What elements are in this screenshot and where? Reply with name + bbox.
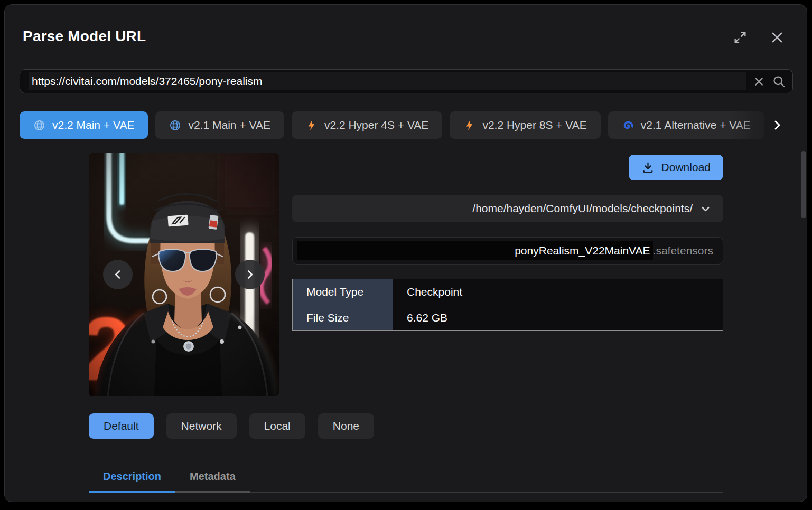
info-value: Checkpoint — [393, 279, 723, 305]
model-preview-image: 2N 2N — [89, 153, 279, 396]
tab-metadata[interactable]: Metadata — [175, 462, 250, 493]
model-info-table: Model Type Checkpoint File Size 6.62 GB — [292, 279, 723, 331]
source-button-label: Default — [104, 420, 139, 432]
info-key: Model Type — [293, 279, 393, 305]
parse-model-url-dialog: Parse Model URL v2.2 Main + VAE — [4, 4, 807, 502]
description-metadata-tabbar: Description Metadata — [89, 462, 723, 493]
version-tabs-row: v2.2 Main + VAE v2.1 Main + VAE v2.2 Hyp… — [20, 111, 793, 139]
filename-input[interactable] — [297, 241, 653, 260]
chevron-right-icon — [243, 268, 257, 281]
globe-icon — [169, 119, 181, 131]
filename-field: .safetensors — [292, 237, 723, 265]
scroll-right-icon[interactable] — [771, 119, 783, 131]
model-url-input[interactable] — [29, 72, 746, 90]
version-tab-v21-alternative-vae[interactable]: v2.1 Alternative + VAE — [608, 111, 764, 139]
download-details-panel: Download /home/hayden/ComfyUI/models/che… — [292, 153, 723, 396]
chevron-left-icon — [111, 268, 125, 281]
clear-url-icon[interactable] — [752, 74, 766, 89]
download-icon — [641, 161, 655, 174]
version-tab-v22-hyper4s-vae[interactable]: v2.2 Hyper 4S + VAE — [292, 111, 442, 139]
version-tab-v22-main-vae[interactable]: v2.2 Main + VAE — [20, 111, 148, 139]
version-tab-v22-hyper8s-vae[interactable]: v2.2 Hyper 8S + VAE — [450, 111, 600, 139]
dialog-content: 2N 2N — [89, 153, 723, 493]
save-path-value: /home/hayden/ComfyUI/models/checkpoints/ — [472, 202, 693, 215]
version-tab-label: v2.2 Hyper 4S + VAE — [324, 119, 428, 131]
globe-icon — [33, 119, 45, 131]
tab-description[interactable]: Description — [89, 462, 175, 493]
source-button-network[interactable]: Network — [166, 413, 237, 439]
version-tab-label: v2.2 Hyper 8S + VAE — [482, 119, 586, 131]
version-tab-v21-main-vae[interactable]: v2.1 Main + VAE — [155, 111, 284, 139]
download-button[interactable]: Download — [629, 155, 723, 180]
tab-label: Description — [103, 470, 161, 483]
model-url-field — [20, 69, 793, 93]
dialog-title: Parse Model URL — [23, 28, 146, 45]
chevron-down-icon — [699, 203, 712, 215]
info-value: 6.62 GB — [393, 305, 723, 331]
source-button-none[interactable]: None — [318, 413, 374, 439]
tab-label: Metadata — [190, 470, 236, 483]
source-button-label: Network — [181, 420, 222, 432]
source-button-default[interactable]: Default — [89, 413, 154, 439]
download-button-label: Download — [661, 161, 711, 174]
next-image-button[interactable] — [235, 260, 265, 289]
preview-source-buttons: Default Network Local None — [89, 413, 723, 439]
source-button-local[interactable]: Local — [249, 413, 305, 439]
search-icon[interactable] — [772, 74, 786, 89]
lightning-icon — [463, 119, 475, 131]
previous-image-button[interactable] — [103, 260, 133, 289]
lightning-icon — [305, 119, 318, 131]
source-button-label: None — [333, 420, 359, 432]
source-button-label: Local — [264, 420, 291, 432]
expand-icon[interactable] — [733, 30, 748, 45]
info-key: File Size — [293, 305, 393, 331]
save-path-dropdown[interactable]: /home/hayden/ComfyUI/models/checkpoints/ — [292, 195, 723, 222]
filename-extension: .safetensors — [653, 244, 713, 257]
table-row: File Size 6.62 GB — [293, 305, 723, 331]
version-tab-label: v2.1 Main + VAE — [188, 119, 270, 131]
close-icon[interactable] — [770, 30, 785, 45]
version-tab-label: v2.1 Alternative + VAE — [641, 119, 751, 131]
table-row: Model Type Checkpoint — [293, 279, 723, 305]
scrollbar-thumb[interactable] — [801, 151, 806, 218]
cyclone-icon — [622, 119, 634, 131]
dialog-header-actions — [733, 30, 785, 45]
version-tab-label: v2.2 Main + VAE — [52, 119, 134, 131]
